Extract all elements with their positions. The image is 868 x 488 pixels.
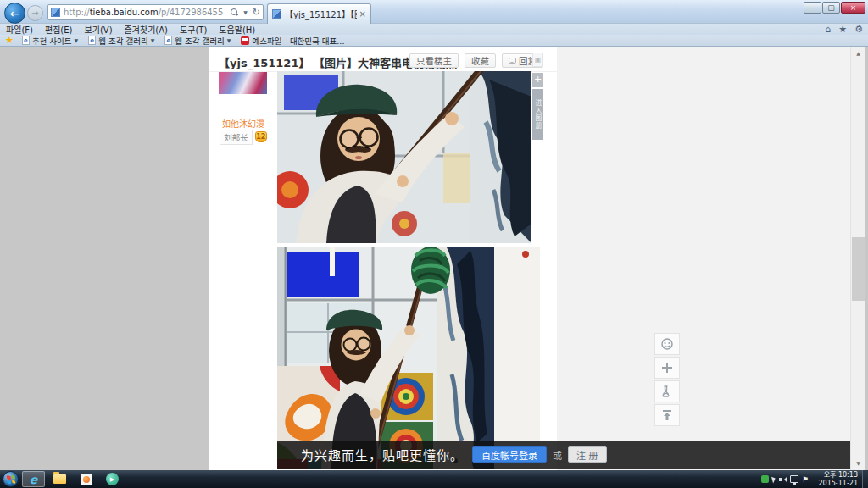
favorite-item-suggested-sites[interactable]: e 추천 사이트 ▼ <box>19 36 81 46</box>
system-tray: ⚑ <box>761 470 809 488</box>
media-player-icon <box>81 474 92 485</box>
address-bar[interactable]: http://tieba.baidu.com/p/4172986455 ▼ ↻ <box>47 4 264 20</box>
tieba-face-icon <box>660 338 674 350</box>
login-banner: 为兴趣而生，贴吧更懂你。 百度帐号登录 或 注 册 <box>277 441 850 469</box>
author-username[interactable]: 如他沐幻漫 <box>211 117 275 130</box>
flask-icon <box>661 385 673 397</box>
add-favorite-star-icon[interactable]: ★ <box>5 35 14 46</box>
page-background-right <box>557 47 850 470</box>
clock-time: 오후 10:13 <box>819 471 859 480</box>
page-icon: e <box>164 36 172 45</box>
clock-date: 2015-11-21 <box>819 480 859 488</box>
tab-title: 【yjs_151121】【图片】大神… <box>285 8 357 20</box>
author-avatar[interactable] <box>219 72 267 94</box>
scroll-up-icon[interactable]: ▲ <box>851 47 865 60</box>
or-text: 或 <box>553 448 562 462</box>
minimize-button[interactable]: – <box>804 2 821 14</box>
thread-content: 【yjs_151121】 【图片】大神客串电视剧剧照 只看楼主 收藏 回复 如他… <box>209 47 557 470</box>
forward-icon: → <box>31 8 38 18</box>
post-button[interactable] <box>654 357 680 379</box>
home-icon[interactable]: ⌂ <box>825 24 831 35</box>
enter-album-button[interactable]: 进入图册 <box>532 89 543 140</box>
internet-explorer-icon: e <box>30 474 38 485</box>
taskbar-explorer-button[interactable] <box>48 471 71 487</box>
green-player-icon: ▶ <box>106 473 119 485</box>
scroll-down-icon[interactable]: ▼ <box>851 457 865 470</box>
screen: ← → http://tieba.baidu.com/p/4172986455 … <box>0 0 868 488</box>
start-button[interactable] <box>3 471 19 487</box>
page-viewport: 【yjs_151121】 【图片】大神客串电视剧剧照 只看楼主 收藏 回复 如他… <box>0 47 868 470</box>
page-icon: e <box>22 36 30 45</box>
folder-icon <box>53 474 66 484</box>
chevron-down-icon: ▼ <box>75 37 79 43</box>
show-desktop-button[interactable] <box>862 470 868 488</box>
tab-favicon-icon <box>272 9 281 19</box>
autocomplete-caret-icon[interactable]: ▼ <box>243 9 248 15</box>
baidu-login-button[interactable]: 百度帐号登录 <box>472 446 547 463</box>
favorite-item-webslice-2[interactable]: e 웹 조각 갤러리 ▼ <box>161 36 234 46</box>
taskbar-player-button[interactable]: ▶ <box>101 471 124 487</box>
browser-titlebar: ← → http://tieba.baidu.com/p/4172986455 … <box>0 0 868 24</box>
only-op-button[interactable]: 只看楼主 <box>409 53 459 68</box>
taskbar-clock[interactable]: 오후 10:13 2015-11-21 <box>819 471 859 487</box>
action-center-flag-icon[interactable]: ⚑ <box>802 475 809 483</box>
favorite-item-yesfile[interactable]: 예스파일 - 대한민국 대표... <box>237 36 348 46</box>
chevron-down-icon: ▼ <box>151 37 155 43</box>
close-button[interactable]: × <box>841 2 865 14</box>
register-button[interactable]: 注 册 <box>568 446 607 463</box>
plus-icon: + <box>534 74 542 85</box>
image-expand-button[interactable]: + <box>532 73 543 87</box>
banner-slogan: 为兴趣而生，贴吧更懂你。 <box>301 446 464 463</box>
chevron-down-icon: ▼ <box>227 37 231 43</box>
scrollbar-thumb[interactable] <box>852 237 865 301</box>
favorite-button[interactable]: 收藏 <box>465 53 496 68</box>
favorites-star-icon[interactable]: ★ <box>838 24 847 35</box>
taskbar-ie-button[interactable]: e <box>22 471 45 487</box>
minimize-icon: – <box>810 3 815 12</box>
back-to-top-icon <box>661 409 673 421</box>
antivirus-tray-icon[interactable] <box>761 475 769 483</box>
maximize-icon: ▢ <box>827 3 835 12</box>
yesfile-icon <box>241 36 249 45</box>
tieba-client-button[interactable] <box>654 333 680 355</box>
maximize-button[interactable]: ▢ <box>822 2 840 14</box>
level-badge: 12 <box>255 131 267 142</box>
thread-header: 【yjs_151121】 【图片】大神客串电视剧剧照 只看楼主 收藏 回复 <box>209 50 557 72</box>
reply-bubble-icon <box>509 58 516 64</box>
menu-bar: 파일(F) 편집(E) 보기(V) 즐겨찾기(A) 도구(T) 도움말(H) <box>0 24 868 35</box>
favorites-bar: ★ e 추천 사이트 ▼ e 웹 조각 갤러리 ▼ e 웹 조각 갤러리 ▼ 예… <box>0 35 868 47</box>
page-icon: e <box>88 36 96 45</box>
image-widget-icon[interactable]: ▣ <box>532 53 543 67</box>
volume-tray-icon[interactable] <box>779 475 787 483</box>
favorite-item-webslice-1[interactable]: e 웹 조각 갤러리 ▼ <box>85 36 158 46</box>
refresh-icon[interactable]: ↻ <box>253 7 260 18</box>
back-to-top-button[interactable] <box>654 404 680 426</box>
author-rank-title: 刘部长 <box>220 130 253 145</box>
plus-icon <box>661 362 673 374</box>
post-image-2[interactable] <box>277 247 540 469</box>
taskbar-media-button[interactable] <box>75 471 97 487</box>
back-button[interactable]: ← <box>4 3 25 24</box>
floating-toolbar <box>654 333 680 428</box>
page-scrollbar[interactable]: ▲ ▼ <box>850 47 865 470</box>
windows-taskbar: e ▶ ⚑ 오후 10:13 2015-11-21 <box>0 470 868 488</box>
forward-button[interactable]: → <box>27 5 43 21</box>
settings-gear-icon[interactable]: ⚙ <box>854 24 863 35</box>
tab-close-icon[interactable]: × <box>359 9 366 19</box>
lab-button[interactable] <box>654 380 680 402</box>
url-text: http://tieba.baidu.com/p/4172986455 <box>64 8 231 17</box>
close-icon: × <box>850 3 857 12</box>
windows-logo-icon <box>7 475 16 485</box>
back-icon: ← <box>10 7 20 20</box>
search-icon[interactable] <box>231 8 238 16</box>
post-image-1[interactable] <box>277 71 531 243</box>
browser-tab[interactable]: 【yjs_151121】【图片】大神… × <box>267 3 371 24</box>
pointer-tray-icon[interactable] <box>771 475 776 483</box>
menu-file[interactable]: 파일(F) <box>6 23 33 36</box>
network-tray-icon[interactable] <box>790 475 798 483</box>
site-favicon-icon <box>51 8 60 17</box>
